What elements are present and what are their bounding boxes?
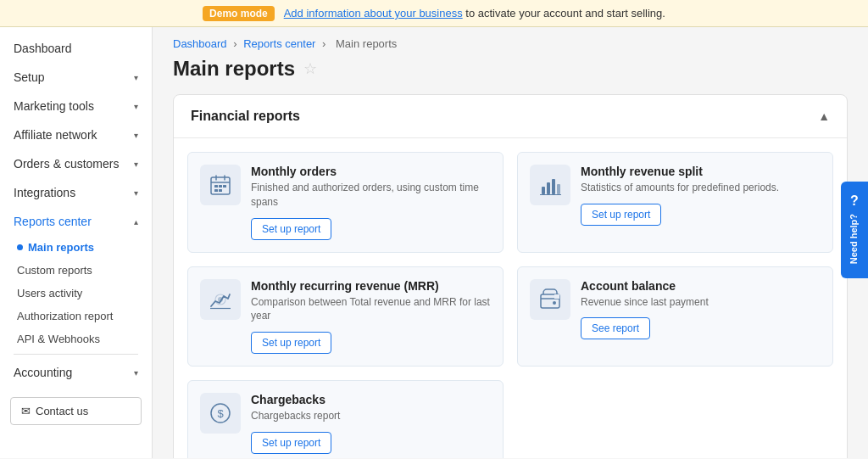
- sidebar-item-orders-customers[interactable]: Orders & customers ▾: [0, 149, 152, 178]
- monthly-revenue-split-title: Monthly revenue split: [581, 165, 821, 178]
- chevron-up-icon: ▴: [134, 217, 138, 227]
- breadcrumb-separator-2: ›: [322, 37, 329, 50]
- breadcrumb-reports-center[interactable]: Reports center: [243, 37, 315, 50]
- financial-reports-title: Financial reports: [191, 109, 300, 124]
- svg-rect-11: [552, 179, 555, 194]
- favorite-star-icon[interactable]: ☆: [303, 59, 317, 78]
- breadcrumb-current: Main reports: [336, 37, 397, 50]
- chargebacks-desc: Chargebacks report: [251, 409, 491, 423]
- reports-sub-menu: Main reports Custom reports Users activi…: [0, 236, 152, 350]
- account-balance-info: Account balance Revenue since last payme…: [581, 279, 821, 340]
- sidebar-item-integrations[interactable]: Integrations ▾: [0, 178, 152, 207]
- svg-text:$: $: [217, 407, 224, 420]
- breadcrumb-dashboard[interactable]: Dashboard: [173, 37, 227, 50]
- chargebacks-button[interactable]: Set up report: [251, 432, 331, 454]
- main-content: Dashboard › Reports center › Main report…: [153, 27, 868, 458]
- page-title: Main reports: [173, 57, 295, 81]
- monthly-revenue-split-desc: Statistics of amounts for predefined per…: [581, 181, 821, 195]
- contact-us-button[interactable]: ✉ Contact us: [10, 397, 142, 425]
- collapse-icon: ▲: [818, 109, 830, 123]
- monthly-revenue-split-card: Monthly revenue split Statistics of amou…: [517, 152, 833, 253]
- reports-grid: Monthly orders Finished and authorized o…: [174, 138, 847, 458]
- sidebar: Dashboard Setup ▾ Marketing tools ▾ Affi…: [0, 27, 153, 458]
- chevron-down-icon: ▾: [134, 102, 138, 111]
- bar-chart-icon: [530, 165, 570, 205]
- sidebar-item-dashboard[interactable]: Dashboard: [0, 34, 152, 63]
- svg-rect-4: [214, 185, 218, 188]
- help-panel[interactable]: ? Need help?: [841, 181, 868, 277]
- account-balance-card: Account balance Revenue since last payme…: [517, 266, 833, 367]
- account-balance-button[interactable]: See report: [581, 317, 650, 339]
- monthly-orders-info: Monthly orders Finished and authorized o…: [251, 165, 491, 240]
- svg-rect-9: [542, 187, 545, 194]
- sidebar-sub-item-main-reports[interactable]: Main reports: [0, 236, 152, 259]
- help-label: Need help?: [848, 214, 860, 264]
- question-mark-icon: ?: [846, 191, 863, 210]
- monthly-orders-desc: Finished and authorized orders, using cu…: [251, 181, 491, 210]
- active-dot-icon: [17, 244, 23, 250]
- banner-message: to activate your account and start selli…: [465, 7, 665, 20]
- mrr-title: Monthly recurring revenue (MRR): [251, 279, 491, 293]
- chevron-down-icon: ▾: [134, 188, 138, 198]
- demo-badge: Demo mode: [203, 6, 275, 21]
- chargebacks-title: Chargebacks: [251, 393, 491, 406]
- calendar-grid-icon: [200, 165, 241, 205]
- chevron-down-icon: ▾: [134, 73, 138, 82]
- mrr-card: Monthly recurring revenue (MRR) Comparis…: [187, 266, 504, 367]
- sidebar-item-setup[interactable]: Setup ▾: [0, 63, 152, 92]
- monthly-revenue-split-button[interactable]: Set up report: [581, 204, 661, 226]
- sidebar-item-affiliate-network[interactable]: Affiliate network ▾: [0, 120, 152, 149]
- svg-rect-5: [219, 185, 222, 188]
- monthly-orders-card: Monthly orders Finished and authorized o…: [187, 152, 504, 253]
- line-chart-icon: [200, 279, 241, 320]
- svg-rect-7: [214, 189, 218, 192]
- sidebar-item-marketing-tools[interactable]: Marketing tools ▾: [0, 92, 152, 120]
- svg-rect-6: [223, 185, 226, 188]
- chargebacks-card: $ Chargebacks Chargebacks report Set up …: [187, 380, 504, 458]
- account-balance-desc: Revenue since last payment: [581, 295, 821, 310]
- monthly-orders-title: Monthly orders: [251, 165, 491, 178]
- sidebar-divider: [14, 354, 138, 355]
- monthly-orders-button[interactable]: Set up report: [251, 218, 331, 240]
- add-info-link[interactable]: Add information about your business: [284, 7, 463, 20]
- sidebar-item-accounting[interactable]: Accounting ▾: [0, 358, 152, 387]
- wallet-icon: [530, 279, 570, 320]
- svg-rect-19: [554, 294, 559, 299]
- demo-banner: Demo mode Add information about your bus…: [0, 0, 868, 27]
- svg-point-16: [218, 297, 223, 302]
- sidebar-item-reports-center[interactable]: Reports center ▴: [0, 207, 152, 236]
- svg-point-18: [553, 301, 556, 305]
- chevron-down-icon: ▾: [134, 160, 138, 169]
- mrr-desc: Comparison between Total revenue and MRR…: [251, 295, 491, 324]
- dollar-circle-icon: $: [200, 393, 241, 434]
- breadcrumb: Dashboard › Reports center › Main report…: [173, 27, 848, 57]
- financial-reports-section: Financial reports ▲: [173, 94, 848, 458]
- chargebacks-info: Chargebacks Chargebacks report Set up re…: [251, 393, 491, 454]
- account-balance-title: Account balance: [581, 279, 821, 293]
- financial-reports-header[interactable]: Financial reports ▲: [174, 95, 847, 138]
- sidebar-sub-item-api-webhooks[interactable]: API & Webhooks: [0, 327, 152, 350]
- svg-rect-12: [557, 184, 560, 194]
- monthly-revenue-split-info: Monthly revenue split Statistics of amou…: [581, 165, 821, 226]
- mrr-button[interactable]: Set up report: [251, 332, 331, 354]
- page-title-area: Main reports ☆: [173, 57, 848, 81]
- sidebar-sub-item-authorization-report[interactable]: Authorization report: [0, 305, 152, 327]
- svg-rect-8: [219, 189, 222, 192]
- mrr-info: Monthly recurring revenue (MRR) Comparis…: [251, 279, 491, 355]
- svg-rect-10: [547, 182, 550, 194]
- sidebar-sub-item-custom-reports[interactable]: Custom reports: [0, 259, 152, 282]
- sidebar-sub-item-users-activity[interactable]: Users activity: [0, 282, 152, 305]
- chevron-down-icon: ▾: [134, 368, 138, 378]
- envelope-icon: ✉: [21, 405, 31, 417]
- breadcrumb-separator: ›: [233, 37, 240, 50]
- chevron-down-icon: ▾: [134, 131, 138, 140]
